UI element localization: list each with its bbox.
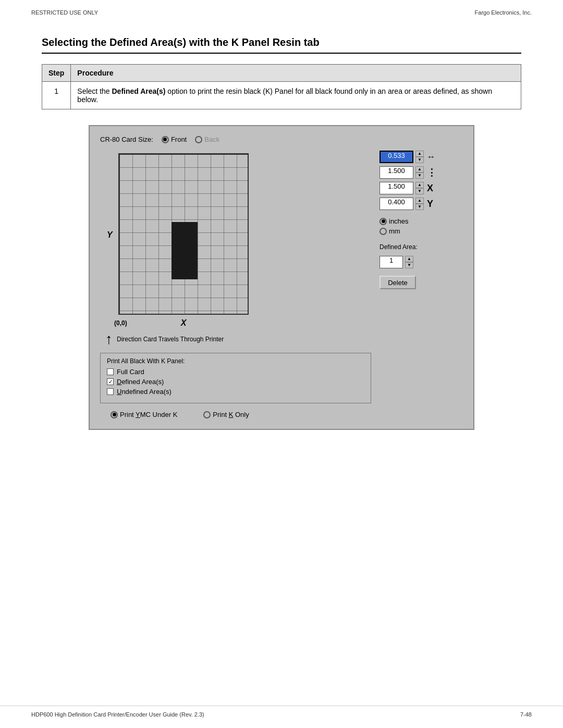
y-input[interactable]: 0.400: [380, 198, 413, 210]
radio-front[interactable]: Front: [162, 135, 187, 143]
width-input[interactable]: 0.533: [380, 151, 413, 163]
checkbox-defined-area-label: Defined Area(s): [117, 378, 164, 386]
header-right: Fargo Electronics, Inc.: [475, 9, 532, 16]
print-all-black-title: Print All Black With K Panel:: [107, 357, 364, 365]
checkbox-defined-area-box[interactable]: [107, 378, 114, 385]
y-spinner-row: 0.400 ▲ ▼ Y: [380, 198, 463, 210]
defined-area-spinner-row: 1 ▲ ▼: [380, 256, 463, 268]
radio-print-k-only-label: Print K Only: [213, 411, 249, 418]
radio-print-ymc[interactable]: Print YMC Under K: [111, 411, 177, 418]
checkbox-full-card-label: Full Card: [117, 368, 144, 376]
card-area: Y: [100, 151, 371, 418]
y-spinner-buttons[interactable]: ▲ ▼: [415, 198, 424, 210]
defined-area-spin-up[interactable]: ▲: [405, 256, 413, 262]
checkbox-undefined-area-box[interactable]: [107, 388, 114, 395]
y-spin-down[interactable]: ▼: [415, 204, 424, 210]
height-icon: ⋮: [427, 167, 436, 178]
y-icon: Y: [427, 199, 433, 209]
radio-back[interactable]: Back: [195, 135, 219, 143]
radio-mm[interactable]: mm: [380, 227, 463, 235]
x-spin-down[interactable]: ▼: [415, 188, 424, 194]
x-input[interactable]: 1.500: [380, 182, 413, 194]
radio-print-k-only[interactable]: Print K Only: [203, 411, 249, 418]
table-header-procedure: Procedure: [71, 65, 521, 82]
controls-area: 0.533 ▲ ▼ ↔ 1.500 ▲ ▼ ⋮: [380, 151, 463, 418]
delete-button[interactable]: Delete: [380, 276, 416, 289]
direction-row: ↑ Direction Card Travels Through Printer: [105, 332, 371, 347]
defined-area-spinner-buttons[interactable]: ▲ ▼: [405, 256, 413, 268]
radio-back-circle[interactable]: [195, 136, 202, 143]
x-spinner-row: 1.500 ▲ ▼ X: [380, 182, 463, 194]
bottom-radio-row: Print YMC Under K Print K Only: [100, 411, 371, 418]
table-cell-procedure: Select the Defined Area(s) option to pri…: [71, 82, 521, 109]
x-spinner-buttons[interactable]: ▲ ▼: [415, 182, 424, 194]
footer-right: 7-48: [520, 711, 532, 718]
height-input[interactable]: 1.500: [380, 166, 413, 179]
radio-print-k-only-circle[interactable]: [203, 411, 211, 418]
y-axis-label: Y: [107, 230, 113, 240]
x-spin-up[interactable]: ▲: [415, 182, 424, 188]
checkbox-full-card[interactable]: Full Card: [107, 368, 364, 376]
radio-print-ymc-label: Print YMC Under K: [120, 411, 177, 418]
radio-inches[interactable]: inches: [380, 217, 463, 225]
width-spin-down[interactable]: ▼: [415, 157, 424, 163]
height-spin-up[interactable]: ▲: [415, 166, 424, 172]
width-spinner-row: 0.533 ▲ ▼ ↔: [380, 151, 463, 163]
radio-mm-label: mm: [389, 227, 400, 235]
height-spinner-row: 1.500 ▲ ▼ ⋮: [380, 166, 463, 179]
checkbox-defined-area[interactable]: Defined Area(s): [107, 378, 364, 386]
card-size-row: CR-80 Card Size: Front Back: [100, 135, 463, 143]
dialog-body: Y: [100, 151, 463, 418]
radio-inches-circle[interactable]: [380, 218, 387, 225]
height-spin-down[interactable]: ▼: [415, 172, 424, 179]
checkbox-undefined-area-label: Undefined Area(s): [117, 388, 172, 396]
radio-mm-circle[interactable]: [380, 228, 387, 235]
up-arrow-icon: ↑: [105, 332, 113, 347]
direction-text: Direction Card Travels Through Printer: [117, 336, 224, 343]
section-title: Selecting the Defined Area(s) with the K…: [42, 36, 521, 54]
table-cell-step: 1: [42, 82, 71, 109]
x-icon: X: [427, 183, 433, 194]
card-grid: [118, 153, 249, 315]
radio-inches-label: inches: [389, 217, 409, 225]
y-spin-up[interactable]: ▲: [415, 198, 424, 204]
dialog-box: CR-80 Card Size: Front Back Y: [89, 125, 474, 430]
height-spinner-buttons[interactable]: ▲ ▼: [415, 166, 424, 179]
table-header-step: Step: [42, 65, 71, 82]
origin-label: (0,0): [114, 319, 127, 327]
checkbox-full-card-box[interactable]: [107, 368, 114, 375]
units-group: inches mm: [380, 217, 463, 235]
card-size-label: CR-80 Card Size:: [100, 135, 153, 143]
svg-rect-2: [172, 222, 198, 279]
width-spin-up[interactable]: ▲: [415, 151, 424, 157]
footer-left: HDP600 High Definition Card Printer/Enco…: [31, 711, 204, 718]
print-all-black-section: Print All Black With K Panel: Full Card …: [100, 353, 371, 403]
radio-front-label: Front: [171, 135, 187, 143]
width-icon: ↔: [427, 152, 435, 162]
defined-area-input[interactable]: 1: [380, 256, 403, 268]
radio-back-label: Back: [204, 135, 219, 143]
radio-front-circle[interactable]: [162, 136, 169, 143]
x-axis-label: X: [181, 318, 187, 328]
defined-area-label: Defined Area:: [380, 243, 463, 251]
header-left: RESTRICTED USE ONLY: [31, 9, 98, 16]
defined-area-spin-down[interactable]: ▼: [405, 262, 413, 268]
procedure-table: Step Procedure 1 Select the Defined Area…: [42, 64, 521, 109]
table-row: 1 Select the Defined Area(s) option to p…: [42, 82, 521, 109]
radio-print-ymc-circle[interactable]: [111, 411, 118, 418]
checkbox-undefined-area[interactable]: Undefined Area(s): [107, 388, 364, 396]
width-spinner-buttons[interactable]: ▲ ▼: [415, 151, 424, 163]
page-footer: HDP600 High Definition Card Printer/Enco…: [0, 706, 563, 718]
